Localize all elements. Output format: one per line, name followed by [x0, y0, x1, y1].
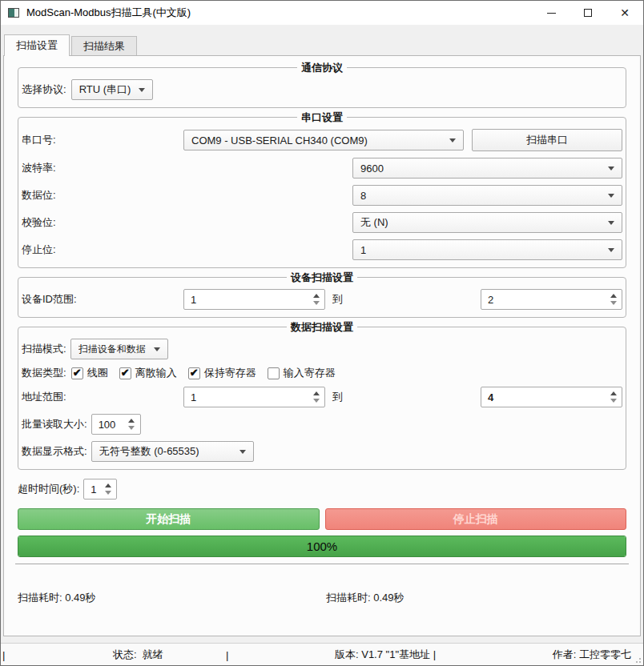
- tab-strip: 扫描设置 扫描结果: [1, 25, 643, 55]
- resize-grip[interactable]: [634, 656, 642, 664]
- data-scan-groupbox: 数据扫描设置 扫描模式: 扫描设备和数据 数据类型: 线圈 离散: [18, 327, 626, 470]
- spinner-arrows[interactable]: [309, 290, 323, 309]
- status-bar: | 状态: 就绪 | 版本: V1.7 "1"基地址 | 作者: 工控零零七: [1, 643, 643, 665]
- version-text: 版本: V1.7 "1"基地址 |: [335, 648, 436, 662]
- batch-size-spinbox[interactable]: 100: [91, 414, 141, 435]
- checkbox-holding-registers[interactable]: 保持寄存器: [188, 366, 256, 380]
- stop-scan-button[interactable]: 停止扫描: [325, 508, 627, 530]
- combo-value: 1: [360, 244, 366, 256]
- device-scan-groupbox: 设备扫描设置 设备ID范围: 1 到 2: [18, 277, 626, 318]
- tab-scan-settings[interactable]: 扫描设置: [4, 34, 70, 56]
- spin-up-icon: [313, 294, 320, 298]
- checkbox-label: 输入寄存器: [284, 366, 336, 380]
- databits-select[interactable]: 8: [352, 185, 622, 206]
- scan-elapsed-center: 扫描耗时: 0.49秒: [326, 591, 405, 605]
- to-label: 到: [332, 390, 352, 404]
- chevron-down-icon: [608, 221, 614, 225]
- combo-value: 无 (N): [360, 215, 388, 230]
- checkbox-label: 保持寄存器: [204, 366, 256, 380]
- spin-value: 1: [191, 391, 196, 403]
- spinner-arrows[interactable]: [606, 290, 620, 309]
- tab-label: 扫描结果: [83, 39, 125, 54]
- combo-value: RTU (串口): [79, 82, 131, 97]
- spin-up-icon: [128, 419, 135, 423]
- to-label: 到: [332, 292, 352, 307]
- spin-down-icon: [128, 426, 135, 430]
- stopbits-select[interactable]: 1: [352, 239, 622, 260]
- checkbox-input-registers[interactable]: 输入寄存器: [268, 366, 336, 380]
- chevron-down-icon: [608, 248, 614, 252]
- spinner-arrows[interactable]: [125, 415, 139, 434]
- scan-ports-button[interactable]: 扫描串口: [472, 129, 622, 151]
- titlebar: ModScan-Modbus扫描工具(中文版) ✕: [1, 1, 643, 25]
- checkbox-icon: [119, 367, 131, 379]
- chevron-down-icon: [154, 347, 160, 351]
- port-label: 串口号:: [22, 133, 183, 147]
- display-format-select[interactable]: 无符号整数 (0-65535): [91, 441, 254, 462]
- app-icon: [8, 8, 19, 18]
- batch-size-label: 批量读取大小:: [22, 417, 87, 431]
- timeout-row: 超时时间(秒): 1: [18, 479, 626, 500]
- spin-down-icon: [313, 399, 320, 403]
- address-to-spinbox[interactable]: 4: [481, 387, 622, 407]
- spin-value: 1: [191, 294, 196, 306]
- combo-value: 9600: [360, 162, 384, 175]
- close-icon: ✕: [620, 7, 630, 18]
- scan-mode-label: 扫描模式:: [22, 342, 66, 356]
- protocol-groupbox: 通信协议 选择协议: RTU (串口): [18, 67, 626, 108]
- combo-value: 8: [360, 190, 366, 202]
- minimize-button[interactable]: [533, 1, 570, 25]
- display-format-label: 数据显示格式:: [22, 444, 87, 459]
- spinner-arrows[interactable]: [309, 387, 323, 407]
- checkbox-icon: [268, 367, 280, 379]
- device-id-to-spinbox[interactable]: 2: [481, 289, 622, 310]
- spin-up-icon: [610, 294, 617, 298]
- address-from-spinbox[interactable]: 1: [183, 387, 325, 407]
- baud-select[interactable]: 9600: [352, 158, 622, 179]
- minimize-icon: [547, 13, 556, 14]
- author-text: 作者: 工控零零七: [553, 648, 631, 662]
- com-port-select[interactable]: COM9 - USB-SERIAL CH340 (COM9): [183, 130, 464, 150]
- scan-mode-select[interactable]: 扫描设备和数据: [70, 339, 168, 359]
- chevron-down-icon: [608, 166, 614, 171]
- status-text: 状态: 就绪: [113, 648, 163, 662]
- group-title: 串口设置: [297, 110, 347, 125]
- checkbox-coils[interactable]: 线圈: [71, 366, 108, 380]
- checkbox-icon: [71, 367, 83, 379]
- combo-value: 扫描设备和数据: [78, 343, 146, 356]
- spin-up-icon: [313, 391, 320, 395]
- spin-down-icon: [610, 399, 617, 403]
- maximize-icon: [584, 9, 592, 17]
- device-id-from-spinbox[interactable]: 1: [183, 289, 325, 310]
- parity-select[interactable]: 无 (N): [352, 212, 622, 233]
- device-id-range-label: 设备ID范围:: [22, 292, 183, 307]
- close-button[interactable]: ✕: [606, 1, 643, 25]
- maximize-button[interactable]: [570, 1, 606, 25]
- spin-up-icon: [105, 483, 111, 487]
- serial-groupbox: 串口设置 串口号: COM9 - USB-SERIAL CH340 (COM9)…: [18, 117, 626, 268]
- address-range-label: 地址范围:: [22, 390, 183, 404]
- stopbits-label: 停止位:: [22, 243, 183, 257]
- spin-down-icon: [105, 491, 111, 495]
- tab-label: 扫描设置: [16, 38, 58, 53]
- tab-scan-results[interactable]: 扫描结果: [71, 36, 137, 55]
- window-title: ModScan-Modbus扫描工具(中文版): [26, 6, 191, 20]
- baud-label: 波特率:: [22, 161, 183, 175]
- action-buttons: 开始扫描 停止扫描: [18, 508, 626, 530]
- checkbox-icon: [188, 367, 200, 379]
- spinner-arrows[interactable]: [101, 479, 115, 499]
- checkbox-label: 离散输入: [135, 366, 177, 380]
- start-scan-button[interactable]: 开始扫描: [18, 508, 320, 530]
- checkbox-discrete-inputs[interactable]: 离散输入: [119, 366, 177, 380]
- group-title: 通信协议: [297, 61, 347, 75]
- scan-settings-panel: 通信协议 选择协议: RTU (串口) 串口设置 串口号: COM9 - USB…: [3, 55, 641, 636]
- scan-elapsed-left: 扫描耗时: 0.49秒: [18, 591, 326, 605]
- protocol-select[interactable]: RTU (串口): [71, 79, 154, 100]
- window-controls: ✕: [533, 1, 643, 25]
- scan-progress-bar: 100%: [18, 536, 626, 557]
- timeout-spinbox[interactable]: 1: [83, 479, 117, 500]
- progress-percent: 100%: [18, 536, 626, 556]
- horizontal-separator: [15, 564, 629, 565]
- elapsed-row: 扫描耗时: 0.49秒 扫描耗时: 0.49秒: [18, 591, 626, 605]
- spinner-arrows[interactable]: [606, 387, 620, 407]
